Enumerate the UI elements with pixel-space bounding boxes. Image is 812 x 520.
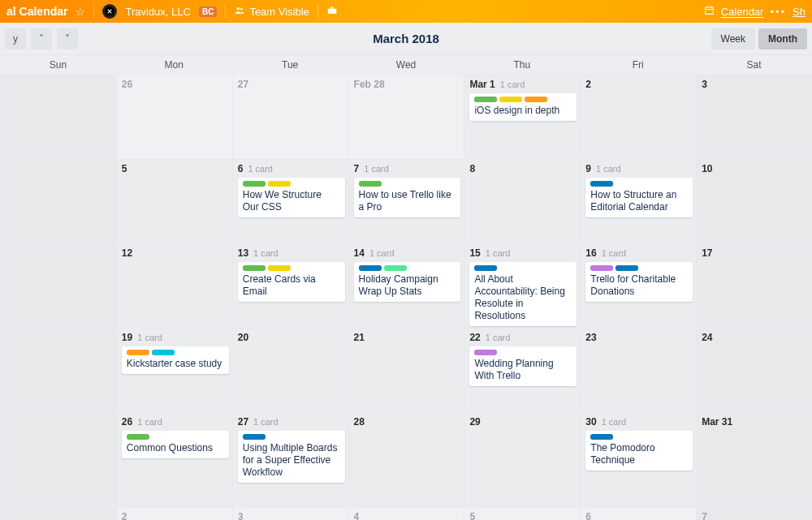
calendar-cell[interactable]: 3	[232, 507, 348, 520]
date-label: 28	[354, 416, 461, 428]
calendar-cell[interactable]: 261 cardCommon Questions	[116, 412, 232, 507]
calendar-cell[interactable]: 141 cardHoliday Campaign Wrap Up Stats	[348, 243, 464, 328]
calendar-cell[interactable]: 191 cardKickstarter case study	[116, 328, 232, 412]
calendar-cell[interactable]: Feb 28	[348, 75, 464, 159]
calendar-cell[interactable]: 23	[580, 328, 696, 412]
calendar-card[interactable]: How to Structure an Editorial Calendar	[585, 178, 693, 217]
date-label: 17	[702, 247, 809, 259]
calendar-card[interactable]: How We Structure Our CSS	[238, 178, 345, 217]
calendar-cell[interactable]: 8	[464, 159, 580, 243]
calendar-cell[interactable]: Mar 11 cardiOS design in depth	[464, 75, 580, 159]
visibility-button[interactable]: Team Visible	[234, 5, 309, 19]
calendar-card[interactable]: How to use Trello like a Pro	[354, 178, 461, 217]
calendar-cell[interactable]: 151 cardAll About Accountability: Being …	[464, 243, 580, 328]
calendar-cell[interactable]: 131 cardCreate Cards via Email	[232, 243, 348, 328]
card-count: 1 card	[253, 417, 279, 427]
calendar-cell[interactable]	[0, 243, 116, 328]
calendar-week: 2627Feb 28Mar 11 cardiOS design in depth…	[0, 75, 812, 159]
date-label: 6	[585, 511, 693, 520]
calendar-cell[interactable]: 6	[580, 507, 696, 520]
next-button[interactable]: ˅	[57, 28, 78, 49]
date-label: 131 card	[238, 247, 345, 259]
calendar-week: 261 cardCommon Questions271 cardUsing Mu…	[0, 412, 812, 507]
calendar-card[interactable]: Trello for Charitable Donations	[585, 262, 693, 302]
calendar-card[interactable]: Common Questions	[122, 431, 229, 458]
calendar-card[interactable]: Using Multiple Boards for a Super Effect…	[238, 431, 345, 483]
star-icon[interactable]: ☆	[76, 6, 85, 18]
calendar-card[interactable]: iOS design in depth	[469, 93, 577, 121]
date-label: 10	[702, 163, 809, 174]
calendar-card[interactable]: All About Accountability: Being Resolute…	[469, 262, 577, 326]
calendar-cell[interactable]: 2	[580, 75, 696, 159]
calendar-cell[interactable]: 91 cardHow to Structure an Editorial Cal…	[580, 159, 696, 243]
date-number: 30	[585, 416, 596, 428]
date-number: 29	[469, 416, 480, 428]
calendar-cell[interactable]: Mar 31	[696, 412, 812, 507]
calendar-nav: y ˄ ˅ March 2018 Week Month	[0, 23, 812, 55]
calendar-cell[interactable]: 61 cardHow We Structure Our CSS	[232, 159, 348, 243]
calendar-cell[interactable]: 27	[232, 75, 348, 159]
week-view-button[interactable]: Week	[711, 28, 755, 49]
card-title: iOS design in depth	[474, 105, 572, 117]
calendar-cell[interactable]: 24	[696, 328, 812, 412]
org-name[interactable]: Travidux, LLC	[125, 6, 190, 18]
calendar-cell[interactable]: 20	[232, 328, 348, 412]
calendar-cell[interactable]: 301 cardThe Pomodoro Technique	[580, 412, 696, 507]
calendar-cell[interactable]: 2	[116, 507, 232, 520]
label-yellow	[268, 265, 291, 271]
label-green	[127, 434, 149, 440]
calendar-cell[interactable]: 4	[348, 507, 464, 520]
label-green	[359, 181, 382, 187]
calendar-cell[interactable]: 28	[348, 412, 464, 507]
calendar-cell[interactable]: 26	[116, 75, 232, 159]
card-title: Common Questions	[127, 442, 224, 454]
org-badge: BC	[199, 6, 217, 17]
org-avatar[interactable]	[102, 4, 117, 19]
calendar-cell[interactable]: 271 cardUsing Multiple Boards for a Supe…	[232, 412, 348, 507]
calendar-cell[interactable]	[0, 328, 116, 412]
date-number: 4	[354, 511, 360, 520]
calendar-cell[interactable]: 221 cardWedding Planning With Trello	[464, 328, 580, 412]
date-label: Mar 31	[702, 416, 809, 428]
label-blue	[359, 265, 382, 271]
calendar-powerup-link[interactable]: Calendar	[721, 6, 764, 18]
briefcase-icon[interactable]	[326, 5, 338, 19]
board-title[interactable]: al Calendar	[6, 5, 67, 18]
date-number: 10	[702, 163, 712, 174]
date-label: 27	[238, 79, 345, 90]
card-title: How to Structure an Editorial Calendar	[590, 189, 688, 213]
calendar-cell[interactable]	[0, 507, 116, 520]
label-blue	[243, 434, 266, 440]
calendar-card[interactable]: Create Cards via Email	[238, 262, 345, 302]
calendar-card[interactable]: Kickstarter case study	[122, 346, 229, 374]
card-labels	[243, 434, 340, 440]
calendar-cell[interactable]	[0, 412, 116, 507]
card-title: Trello for Charitable Donations	[590, 273, 688, 298]
prev-button[interactable]: ˄	[31, 28, 52, 49]
calendar-cell[interactable]: 17	[696, 243, 812, 328]
card-count: 1 card	[137, 333, 162, 342]
today-button[interactable]: y	[5, 28, 26, 49]
menu-dots-icon[interactable]: •••	[770, 6, 786, 18]
calendar-card[interactable]: The Pomodoro Technique	[585, 431, 693, 471]
calendar-card[interactable]: Wedding Planning With Trello	[469, 346, 577, 386]
calendar-cell[interactable]: 5	[116, 159, 232, 243]
date-number: 24	[702, 332, 712, 343]
show-menu-link[interactable]: Sh	[793, 6, 806, 18]
label-blue	[590, 434, 613, 440]
calendar-cell[interactable]: 161 cardTrello for Charitable Donations	[580, 243, 696, 328]
date-label: 23	[585, 332, 693, 343]
date-number: 14	[354, 247, 365, 259]
calendar-cell[interactable]: 10	[696, 159, 812, 243]
calendar-cell[interactable]	[0, 159, 116, 243]
calendar-cell[interactable]: 3	[696, 75, 812, 159]
calendar-cell[interactable]	[0, 75, 116, 159]
month-view-button[interactable]: Month	[758, 28, 807, 49]
calendar-cell[interactable]: 12	[116, 243, 232, 328]
calendar-card[interactable]: Holiday Campaign Wrap Up Stats	[354, 262, 461, 302]
calendar-cell[interactable]: 5	[464, 507, 580, 520]
calendar-cell[interactable]: 21	[348, 328, 464, 412]
calendar-cell[interactable]: 71 cardHow to use Trello like a Pro	[348, 159, 464, 243]
calendar-cell[interactable]: 29	[464, 412, 580, 507]
calendar-cell[interactable]: 7	[696, 507, 812, 520]
